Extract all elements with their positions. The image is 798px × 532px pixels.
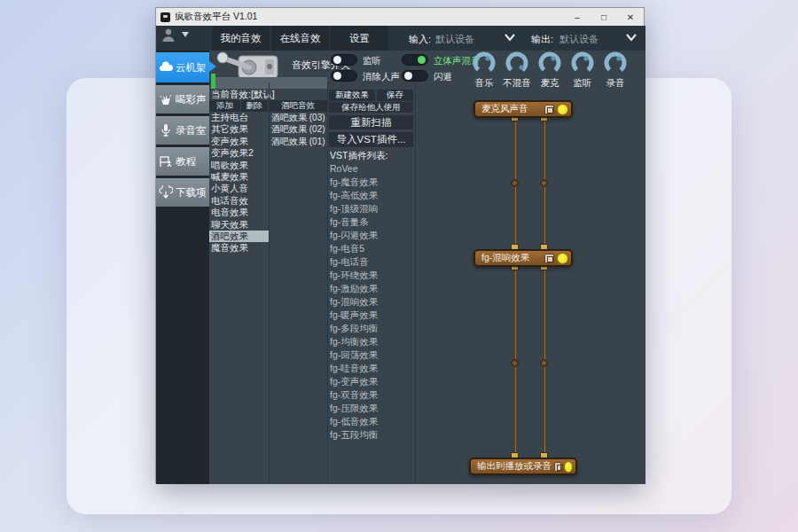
- vst-plugin[interactable]: fg-闪避效果: [330, 229, 378, 242]
- app-content: 我的音效 在线音效 设置 输入: 默认设备 输出: 默认设备: [156, 26, 645, 484]
- toggle-stereo-mix[interactable]: [402, 54, 428, 66]
- vst-plugin[interactable]: fg-混响效果: [330, 295, 378, 309]
- toolbar: 我的音效 在线音效 设置 输入: 默认设备 输出: 默认设备: [156, 26, 645, 51]
- vst-plugin[interactable]: fg-压限效果: [330, 402, 378, 415]
- category-item[interactable]: 变声效果2: [209, 147, 269, 159]
- vst-plugin[interactable]: fg-均衡效果: [330, 335, 378, 348]
- tab-online-effects[interactable]: 在线音效: [271, 26, 331, 51]
- knob-music[interactable]: [473, 51, 496, 74]
- vst-plugin[interactable]: fg-低音效果: [330, 415, 378, 428]
- vst-plugin[interactable]: fg-高低效果: [330, 189, 378, 202]
- node-output[interactable]: 输出到播放或录音: [469, 458, 577, 475]
- level-meter-peak: [211, 74, 215, 77]
- node-settings-icon[interactable]: [554, 462, 561, 472]
- sidebar-item-recording-studio[interactable]: 录音室: [156, 116, 209, 145]
- category-item[interactable]: 电话音效: [209, 195, 269, 207]
- node-settings-icon[interactable]: [544, 105, 554, 114]
- chevron-down-icon[interactable]: [181, 31, 190, 38]
- category-item[interactable]: 变声效果: [209, 136, 269, 147]
- category-item-selected[interactable]: 酒吧效果: [209, 231, 269, 242]
- microphone-icon: [159, 123, 173, 137]
- presets-header[interactable]: 酒吧音效: [269, 100, 327, 112]
- sidebar-item-downloads[interactable]: 下载项: [156, 178, 209, 207]
- vst-plugin[interactable]: fg-多段均衡: [330, 322, 378, 335]
- category-item[interactable]: 魔音效果: [209, 242, 269, 254]
- node-led-indicator[interactable]: [564, 461, 573, 473]
- vst-plugin[interactable]: fg-暖声效果: [330, 309, 378, 322]
- applause-icon: [159, 92, 173, 106]
- preset-list: 酒吧效果 (03) 酒吧效果 (02) 酒吧效果 (01): [270, 112, 327, 147]
- node-settings-icon[interactable]: [544, 254, 554, 263]
- preset-item[interactable]: 酒吧效果 (03): [270, 112, 327, 123]
- column-divider: [327, 82, 328, 484]
- node-reverb-effect[interactable]: fg-混响效果: [473, 249, 573, 267]
- close-button[interactable]: ✕: [617, 8, 644, 26]
- node-led-indicator[interactable]: [557, 104, 568, 115]
- knob-monitor-label: 监听: [565, 77, 600, 90]
- preset-item[interactable]: 酒吧效果 (02): [270, 123, 327, 135]
- preset-item[interactable]: 酒吧效果 (01): [270, 136, 327, 147]
- vst-plugin[interactable]: fg-魔音效果: [330, 176, 378, 189]
- vst-plugin[interactable]: fg-电音5: [330, 242, 378, 255]
- category-item[interactable]: 唱歌效果: [209, 160, 269, 171]
- sidebar-item-cloud-rack[interactable]: 云机架: [156, 52, 209, 82]
- node-microphone[interactable]: 麦克风声音: [473, 100, 573, 118]
- new-effect-button[interactable]: 新建效果: [329, 90, 375, 101]
- category-item[interactable]: 主持电台: [209, 112, 269, 123]
- vst-plugin[interactable]: fg-电话音: [330, 255, 378, 269]
- sidebar-item-applause[interactable]: 喝彩声: [156, 85, 209, 113]
- toggle-remove-vocals-label: 消除人声: [363, 71, 400, 83]
- knob-mic[interactable]: [538, 51, 561, 74]
- maximize-button[interactable]: □: [591, 8, 617, 26]
- vst-list-label: VST插件列表:: [330, 150, 387, 162]
- vst-plugin[interactable]: fg-顶级混响: [330, 202, 378, 215]
- minimize-button[interactable]: –: [564, 8, 591, 26]
- app-window: 疯歌音效平台 V1.01 – □ ✕: [155, 7, 645, 483]
- category-item[interactable]: 喊麦效果: [209, 171, 269, 183]
- vst-plugin[interactable]: fg-双音效果: [330, 388, 378, 402]
- toggle-monitor[interactable]: [331, 54, 357, 66]
- category-item[interactable]: 聊天效果: [209, 219, 269, 231]
- node-led-indicator[interactable]: [557, 253, 568, 264]
- category-item[interactable]: 小黄人音: [209, 183, 269, 194]
- vst-plugin[interactable]: fg-激励效果: [330, 282, 378, 295]
- toggle-remove-vocals[interactable]: [331, 70, 357, 82]
- cable-joint[interactable]: [540, 179, 549, 188]
- knob-no-mix[interactable]: [505, 51, 528, 74]
- cable-joint[interactable]: [511, 359, 520, 368]
- delete-category-button[interactable]: 删除: [241, 100, 268, 112]
- vst-plugin[interactable]: fg-回荡效果: [330, 348, 378, 362]
- category-item[interactable]: 其它效果: [209, 123, 269, 135]
- column-divider: [415, 82, 416, 484]
- rescan-button[interactable]: 重新扫描: [329, 115, 413, 129]
- knob-record[interactable]: [604, 51, 627, 74]
- toggle-ducking-label: 闪避: [434, 71, 452, 83]
- cloud-icon: [159, 60, 173, 74]
- add-category-button[interactable]: 添加: [209, 100, 240, 112]
- vst-plugin[interactable]: fg-环绕效果: [330, 269, 378, 282]
- save-for-others-button[interactable]: 保存给他人使用: [329, 102, 413, 113]
- tab-settings[interactable]: 设置: [331, 26, 390, 51]
- output-chevron-down-icon[interactable]: [626, 34, 637, 42]
- vst-plugin[interactable]: fg-哇音效果: [330, 362, 378, 375]
- tab-my-effects[interactable]: 我的音效: [212, 26, 271, 51]
- column-divider: [269, 82, 270, 484]
- knob-monitor[interactable]: [571, 51, 594, 74]
- titlebar: 疯歌音效平台 V1.01 – □ ✕: [156, 8, 644, 26]
- vst-plugin[interactable]: RoVee: [330, 162, 378, 176]
- import-vst-button[interactable]: 导入VST插件...: [329, 132, 413, 147]
- vst-plugin[interactable]: fg-五段均衡: [330, 428, 378, 442]
- output-device-select[interactable]: 默认设备: [559, 33, 598, 46]
- vst-plugin[interactable]: fg-变声效果: [330, 375, 378, 388]
- sidebar-item-tutorial[interactable]: 教程: [156, 147, 209, 176]
- toggle-ducking[interactable]: [402, 70, 428, 82]
- category-item[interactable]: 电音效果: [209, 207, 269, 218]
- save-button[interactable]: 保存: [377, 90, 413, 101]
- current-effect-label: 当前音效:[默认]: [211, 89, 275, 101]
- vst-plugin[interactable]: fg-音量条: [330, 215, 378, 229]
- input-chevron-down-icon[interactable]: [505, 34, 515, 42]
- cable-joint[interactable]: [540, 359, 549, 368]
- input-device-select[interactable]: 默认设备: [435, 33, 474, 46]
- cable-joint[interactable]: [511, 179, 520, 188]
- account-menu[interactable]: [161, 27, 190, 42]
